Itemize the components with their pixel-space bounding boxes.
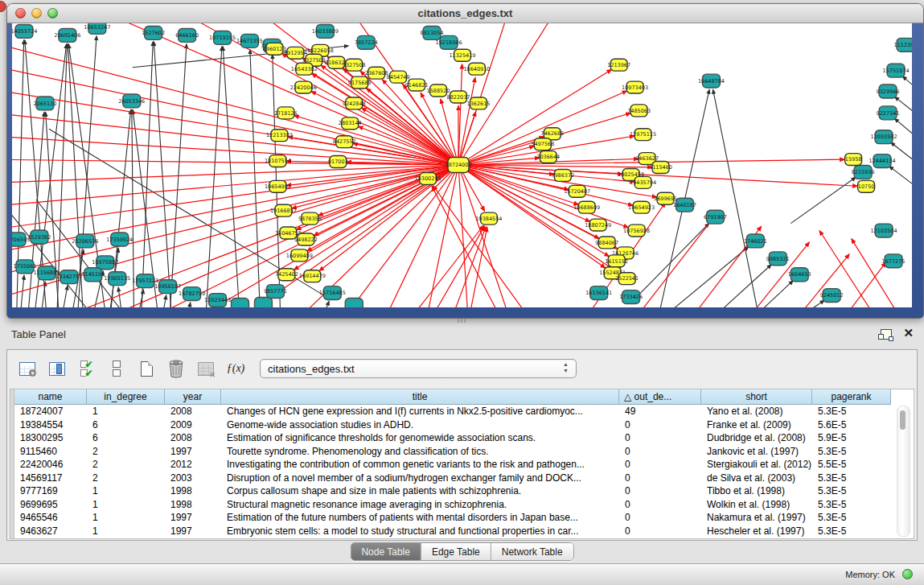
memory-status-label[interactable]: Memory: OK [845,570,895,579]
graph-node[interactable]: 1527602 [142,26,165,39]
graph-node[interactable]: 9227341 [877,106,900,120]
graph-node[interactable]: 1735061 [14,260,37,274]
graph-node[interactable]: 20206536 [72,234,98,248]
graph-node[interactable]: 2367608 [365,67,388,79]
graph-node[interactable]: 12975115 [630,129,656,141]
table-row[interactable]: 1830029562008Estimation of significance … [14,431,914,445]
table-settings-icon[interactable] [17,358,38,379]
graph-node[interactable]: 1733426 [619,290,643,304]
graph-node[interactable]: 16099489 [286,249,313,262]
stacked-squares-icon[interactable] [106,358,127,379]
graph-node[interactable]: 9885321 [766,252,790,266]
graph-node[interactable]: 8960123 [263,43,286,55]
graph-node[interactable]: 1588520 [427,84,450,97]
graph-node[interactable]: 9146821 [405,79,429,91]
tab-network-table[interactable]: Network Table [491,543,573,560]
graph-node[interactable] [254,298,272,307]
graph-node[interactable]: 14055724 [12,24,37,38]
table-row[interactable]: 946362711997Embryonic stem cells: a mode… [14,525,914,538]
graph-node[interactable]: 8912954 [284,47,307,59]
graph-node[interactable]: 12905135 [104,272,130,286]
graph-node[interactable]: 1362615 [467,97,491,109]
vertical-scrollbar[interactable] [897,406,910,537]
table-row[interactable]: 977716911998Corpus callosum shape and si… [14,484,914,498]
graph-node[interactable]: 16914479 [299,270,326,282]
graph-node[interactable]: 19166857 [270,204,297,216]
graph-node[interactable]: 1112394 [894,38,912,51]
table-row[interactable]: 2242004622012Investigating the contribut… [14,458,914,472]
graph-node[interactable]: 15720407 [564,185,590,197]
tab-edge-table[interactable]: Edge Table [421,543,491,560]
graph-node[interactable]: 9884067 [595,237,618,249]
window-titlebar[interactable]: citations_edges.txt [7,4,923,23]
table-row[interactable]: 946554611997Estimation of the future num… [14,511,914,525]
graph-node[interactable]: 16648784 [698,74,725,88]
tab-node-table[interactable]: Node Table [351,543,421,560]
graph-node[interactable]: 9857771 [264,285,287,299]
close-panel-icon[interactable]: ✕ [903,326,914,340]
delete-column-icon[interactable] [166,358,187,379]
graph-node[interactable]: 7986372 [551,169,574,181]
graph-node[interactable]: 12923443 [204,294,231,307]
graph-node[interactable]: 1604653 [788,268,811,282]
graph-node[interactable]: 8186328 [325,56,348,68]
graph-node[interactable]: 18640910 [463,63,490,75]
graph-node[interactable]: 16782759 [179,287,205,301]
graph-node[interactable]: 14671355 [236,34,263,47]
graph-node[interactable]: 7425402 [275,269,298,281]
column-header-out_de[interactable]: △ out_de... [619,389,701,405]
column-visibility-icon[interactable] [47,358,68,379]
table-row[interactable]: 1938455462009Genome-wide association stu… [14,418,914,432]
graph-node[interactable]: 1213967 [607,59,630,71]
graph-node[interactable]: 10653247 [84,23,110,34]
graph-node[interactable]: 917003 [328,156,348,168]
graph-node[interactable]: 1529382 [28,230,51,244]
graph-node[interactable]: 9699695 [654,192,677,204]
table-selector-dropdown[interactable]: citations_edges.txt ▲▼ [260,359,577,378]
graph-node[interactable]: 1677275 [882,254,906,268]
graph-node[interactable]: 15751074 [883,64,910,77]
graph-node[interactable]: 6791907 [704,210,727,224]
table-row[interactable]: 969969511998Structural magnetic resonanc… [14,498,914,512]
graph-node[interactable]: 26053346 [118,94,145,108]
graph-node[interactable]: 15958 [845,154,862,166]
graph-node[interactable]: 2036644 [536,151,560,163]
graph-node[interactable]: 5497568 [531,138,554,150]
graph-node[interactable]: 1145194 [81,268,105,282]
column-header-short[interactable]: short [701,389,812,405]
graph-node[interactable]: 7857224 [355,35,378,49]
graph-node[interactable]: 10719155 [209,31,236,44]
graph-node[interactable]: 16033809 [312,24,339,38]
graph-node[interactable]: 8215936 [852,166,875,179]
function-builder-icon[interactable]: ƒ(x) [225,358,246,379]
graph-node[interactable]: 1746021 [744,234,767,248]
graph-node[interactable]: 8427552 [333,136,356,148]
graph-node[interactable]: 1615152 [605,255,628,267]
graph-node[interactable]: 12103504 [871,224,897,237]
graph-node[interactable]: 20691406 [54,28,80,42]
graph-node[interactable]: 19384554 [475,212,502,225]
graph-node[interactable]: 7485063 [627,105,651,117]
graph-node[interactable]: 13342757 [55,270,82,284]
graph-node[interactable]: 8454749 [387,71,410,83]
new-column-icon[interactable] [136,358,157,379]
graph-node[interactable]: 1640187 [673,198,696,212]
column-header-in_degree[interactable]: in_degree [87,389,165,405]
graph-node[interactable]: 6466160 [175,28,199,42]
graph-node[interactable]: 9175685 [348,76,372,89]
graph-node[interactable] [345,299,363,307]
column-header-name[interactable]: name [14,389,87,405]
graph-node[interactable]: 9329966 [877,84,900,98]
table-row[interactable]: 911546021997Tourette syndrome. Phenomeno… [14,445,914,459]
graph-node[interactable]: 9242848 [343,97,366,109]
graph-node[interactable]: 10958107 [154,280,181,294]
graph-node[interactable]: 9498222 [294,233,318,245]
graph-node[interactable]: 10654982 [265,180,291,192]
column-header-pagerank[interactable]: pagerank [812,389,891,405]
graph-node[interactable]: 18724007 [446,158,472,173]
table-row[interactable]: 1872400712008Changes of HCN gene express… [14,405,914,418]
panel-splitter-handle[interactable] [458,319,466,323]
graph-node[interactable]: 2718126 [274,107,298,119]
graph-node[interactable]: 16136141 [585,286,612,300]
graph-node[interactable]: 2065130 [33,97,56,110]
